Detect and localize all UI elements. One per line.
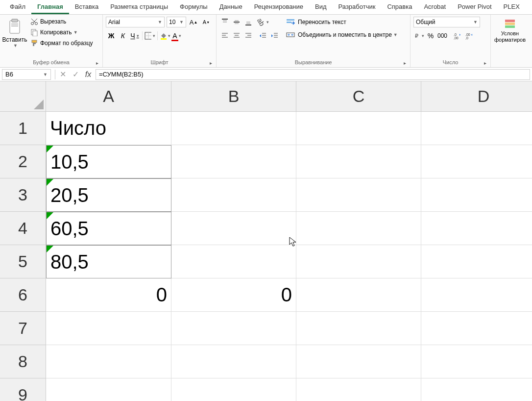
alignment-launcher[interactable]: ▸ [401,59,408,66]
cell-C1[interactable] [296,112,421,145]
cell-B4[interactable] [171,212,296,245]
cell-C7[interactable] [296,312,421,345]
tab-home[interactable]: Главная [31,0,69,14]
decrease-decimal-button[interactable]: ,00,0 [463,30,474,41]
tab-plex[interactable]: PLEX [498,0,526,14]
fill-color-button[interactable]: ▾ [160,30,170,41]
tab-data[interactable]: Данные [214,0,248,14]
cell-A4[interactable]: 60,5 [46,212,171,245]
row-header-4[interactable]: 4 [0,212,46,245]
align-middle-button[interactable] [231,17,242,27]
cell-C6[interactable] [296,278,421,312]
row-header-6[interactable]: 6 [0,278,46,312]
cell-A9[interactable] [46,378,171,401]
currency-button[interactable]: ₽▾ [413,30,424,41]
merge-center-button[interactable]: Объединить и поместить в центре ▼ [284,29,400,40]
increase-decimal-button[interactable]: ,0,00 [452,30,462,41]
conditional-formatting-button[interactable]: Условнформатиров [494,17,526,43]
cell-D8[interactable] [421,345,532,378]
cell-A1[interactable]: Число [46,112,171,145]
row-header-3[interactable]: 3 [0,178,46,212]
clipboard-launcher[interactable]: ▸ [94,59,100,66]
cell-D9[interactable] [421,378,532,401]
cell-B1[interactable] [171,112,296,145]
row-header-1[interactable]: 1 [0,112,46,145]
accept-formula-button[interactable]: ✓ [70,69,81,80]
font-launcher[interactable]: ▸ [207,59,214,66]
percent-button[interactable]: % [425,30,436,41]
increase-indent-button[interactable] [269,30,280,41]
column-header-A[interactable]: A [46,81,171,112]
tab-insert[interactable]: Вставка [69,0,104,14]
cut-button[interactable]: Вырезать [28,17,95,26]
cell-A8[interactable] [46,345,171,378]
decrease-font-button[interactable]: A▼ [201,17,212,27]
row-header-5[interactable]: 5 [0,245,46,278]
column-header-C[interactable]: C [296,81,421,112]
copy-button[interactable]: Копировать ▼ [28,27,95,37]
align-top-button[interactable] [219,17,230,27]
font-size-combo[interactable]: 10▼ [167,17,186,27]
cell-D3[interactable] [421,178,532,212]
cell-A5[interactable]: 80,5 [46,245,171,278]
bold-button[interactable]: Ж [106,30,117,41]
font-name-combo[interactable]: Arial▼ [106,17,165,27]
paste-button[interactable]: Вставить ▼ [3,17,26,48]
decrease-indent-button[interactable] [258,30,268,41]
cell-C4[interactable] [296,212,421,245]
row-header-8[interactable]: 8 [0,345,46,378]
tab-developer[interactable]: Разработчик [333,0,382,14]
increase-font-button[interactable]: A▲ [188,17,199,27]
tab-page-layout[interactable]: Разметка страницы [104,0,174,14]
cell-D6[interactable] [421,278,532,312]
column-header-B[interactable]: B [171,81,296,112]
cell-A2[interactable]: 10,5 [46,145,171,178]
tab-acrobat[interactable]: Acrobat [418,0,452,14]
cell-A3[interactable]: 20,5 [46,178,171,212]
cell-C8[interactable] [296,345,421,378]
cell-C9[interactable] [296,378,421,401]
tab-formulas[interactable]: Формулы [174,0,214,14]
wrap-text-button[interactable]: Переносить текст [284,17,400,27]
align-left-button[interactable] [219,30,230,41]
format-painter-button[interactable]: Формат по образцу [28,38,95,48]
cell-B8[interactable] [171,345,296,378]
formula-input[interactable]: =СУММ(B2:B5) [96,69,530,80]
borders-button[interactable]: ▾ [145,30,155,41]
cell-B6[interactable]: 0 [171,278,296,312]
row-header-9[interactable]: 9 [0,378,46,401]
row-header-7[interactable]: 7 [0,312,46,345]
name-box[interactable]: B6 ▼ [2,69,51,80]
tab-view[interactable]: Вид [309,0,333,14]
column-header-D[interactable]: D [421,81,532,112]
orientation-button[interactable]: ab▾ [258,17,268,27]
comma-button[interactable]: 000 [437,30,448,41]
cell-B5[interactable] [171,245,296,278]
cell-B7[interactable] [171,312,296,345]
cell-D5[interactable] [421,245,532,278]
cell-B3[interactable] [171,178,296,212]
cell-C5[interactable] [296,245,421,278]
cell-C3[interactable] [296,178,421,212]
cell-A6[interactable]: 0 [46,278,171,312]
cell-C2[interactable] [296,145,421,178]
cell-A7[interactable] [46,312,171,345]
font-color-button[interactable]: A▾ [171,30,182,41]
align-bottom-button[interactable] [243,17,254,27]
cell-D2[interactable] [421,145,532,178]
tab-review[interactable]: Рецензирование [248,0,309,14]
cancel-formula-button[interactable]: ✕ [57,69,68,80]
number-format-combo[interactable]: Общий▼ [413,17,480,27]
align-right-button[interactable] [243,30,254,41]
cell-D7[interactable] [421,312,532,345]
select-all-corner[interactable] [0,81,46,112]
tab-help[interactable]: Справка [381,0,418,14]
row-header-2[interactable]: 2 [0,145,46,178]
tab-powerpivot[interactable]: Power Pivot [452,0,497,14]
align-center-button[interactable] [231,30,242,41]
insert-function-button[interactable]: fx [83,69,94,80]
underline-button[interactable]: Ч▾ [129,30,140,41]
italic-button[interactable]: К [118,30,128,41]
tab-file[interactable]: Файл [4,0,31,14]
cell-B9[interactable] [171,378,296,401]
